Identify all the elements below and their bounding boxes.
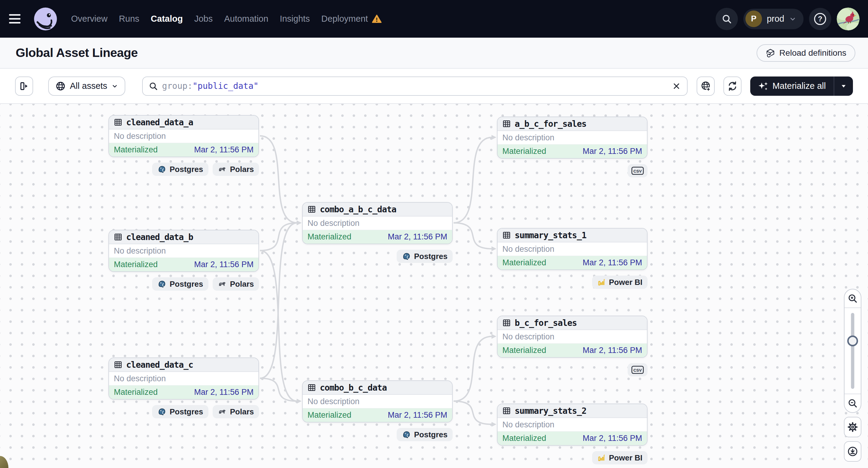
asset-description: No description [498,131,647,145]
svg-text:?: ? [818,15,823,23]
hamburger-menu-icon[interactable] [9,10,27,28]
search-button[interactable] [716,8,738,30]
zoom-out-button[interactable] [844,394,861,412]
asset-tags: Postgres Polars [108,277,259,291]
tag-postgres[interactable]: Postgres [152,405,208,418]
asset-card[interactable]: summary_stats_2 No description Materiali… [497,404,648,446]
lineage-edge-cleaned_data_b-to-combo_b_c_data [260,251,297,401]
nav-item-label: Overview [71,14,107,24]
reload-definitions-label: Reload definitions [779,48,846,58]
dagster-logo-icon[interactable] [34,7,57,31]
top-nav: OverviewRunsCatalogJobsAutomationInsight… [0,0,868,38]
download-image-button[interactable] [844,441,861,462]
caret-down-icon [840,83,847,89]
refresh-button[interactable] [723,76,742,96]
table-icon [308,383,316,392]
tag-polars[interactable]: Polars [213,163,259,176]
postgres-icon [157,407,166,416]
nav-item-overview[interactable]: Overview [71,14,107,24]
toggle-sidebar-button[interactable] [15,76,33,96]
tag-powerbi[interactable]: Power BI [592,451,648,464]
asset-status-bar: Materialized Mar 2, 11:56 PM [109,143,258,157]
gear-icon [847,422,858,433]
asset-timestamp[interactable]: Mar 2, 11:56 PM [583,147,642,156]
materialize-all-button[interactable]: Materialize all [750,76,834,96]
asset-card[interactable]: cleaned_data_c No description Materializ… [108,357,259,400]
lineage-canvas[interactable]: cleaned_data_a No description Materializ… [0,104,868,468]
tag-label: Polars [230,165,254,174]
nav-item-catalog[interactable]: Catalog [151,14,183,24]
asset-status: Materialized [502,258,546,268]
search-icon [722,14,732,24]
nav-item-jobs[interactable]: Jobs [194,14,213,24]
reload-definitions-button[interactable]: Reload definitions [756,44,855,62]
user-avatar[interactable] [837,7,860,30]
asset-timestamp[interactable]: Mar 2, 11:56 PM [583,434,642,443]
asset-search-input[interactable]: group:"public_data" [142,76,688,96]
asset-node-summary_stats_2: summary_stats_2 No description Materiali… [497,404,648,464]
asset-card[interactable]: combo_a_b_c_data No description Material… [302,202,453,244]
asset-description: No description [303,217,452,230]
tag-postgres[interactable]: Postgres [397,250,453,263]
svg-text:CSV: CSV [633,169,642,174]
asset-timestamp[interactable]: Mar 2, 11:56 PM [194,145,254,155]
tag-postgres[interactable]: Postgres [152,277,208,291]
lineage-edge-combo_b_c_data-to-b_c_for_sales [454,336,492,401]
asset-status: Materialized [502,346,546,355]
asset-header: summary_stats_1 [498,228,647,243]
asset-card[interactable]: b_c_for_sales No description Materialize… [497,316,648,358]
asset-card[interactable]: a_b_c_for_sales No description Materiali… [497,117,648,159]
table-icon [114,233,122,241]
zoom-slider-track[interactable] [851,313,855,389]
tag-csv[interactable]: CSV [628,164,648,177]
asset-header: combo_b_c_data [303,381,452,395]
help-icon: ? [813,12,827,26]
tag-csv[interactable]: CSV [628,363,648,376]
nav-items: OverviewRunsCatalogJobsAutomationInsight… [71,14,382,24]
asset-timestamp[interactable]: Mar 2, 11:56 PM [388,232,447,242]
asset-timestamp[interactable]: Mar 2, 11:56 PM [194,387,254,397]
tag-powerbi[interactable]: Power BI [592,276,648,289]
graph-settings-button[interactable] [844,417,861,437]
clear-search-button[interactable] [672,82,681,91]
nav-item-deployment[interactable]: Deployment [321,14,382,24]
asset-card[interactable]: combo_b_c_data No description Materializ… [302,380,453,423]
asset-tags: Power BI [497,451,648,464]
asset-status-bar: Materialized Mar 2, 11:56 PM [498,344,647,357]
asset-card[interactable]: summary_stats_1 No description Materiali… [497,228,648,270]
polars-icon [218,407,227,416]
nav-item-runs[interactable]: Runs [119,14,140,24]
asset-status-bar: Materialized Mar 2, 11:56 PM [303,230,452,244]
tag-label: Postgres [414,252,447,261]
nav-item-insights[interactable]: Insights [280,14,310,24]
materialize-options-button[interactable] [834,76,853,96]
tag-polars[interactable]: Polars [213,277,259,291]
nav-item-automation[interactable]: Automation [224,14,268,24]
tag-polars[interactable]: Polars [213,405,259,418]
asset-card[interactable]: cleaned_data_b No description Materializ… [108,230,259,272]
tag-postgres[interactable]: Postgres [397,428,453,441]
zoom-out-icon [847,398,858,408]
postgres-icon [402,252,411,261]
help-button[interactable]: ? [809,8,831,30]
visualize-scope-button[interactable] [696,76,715,96]
asset-timestamp[interactable]: Mar 2, 11:56 PM [388,410,447,420]
zoom-slider[interactable] [844,308,861,394]
tag-postgres[interactable]: Postgres [152,163,208,176]
asset-scope-dropdown[interactable]: All assets [48,76,125,96]
asset-status: Materialized [308,410,351,420]
powerbi-icon [597,278,606,286]
asset-timestamp[interactable]: Mar 2, 11:56 PM [583,258,642,268]
search-query-text[interactable]: group:"public_data" [162,81,668,91]
asset-description: No description [303,395,452,408]
asset-timestamp[interactable]: Mar 2, 11:56 PM [583,346,642,355]
globe-icon [55,81,66,91]
deployment-initial-badge: P [745,10,762,27]
lineage-edge-combo_a_b_c_data-to-summary_stats_1 [454,223,492,249]
asset-description: No description [498,243,647,256]
asset-card[interactable]: cleaned_data_a No description Materializ… [108,115,259,157]
zoom-in-button[interactable] [844,289,861,308]
zoom-slider-handle[interactable] [847,336,858,346]
deployment-switcher[interactable]: P prod [743,9,804,29]
asset-timestamp[interactable]: Mar 2, 11:56 PM [194,260,254,269]
